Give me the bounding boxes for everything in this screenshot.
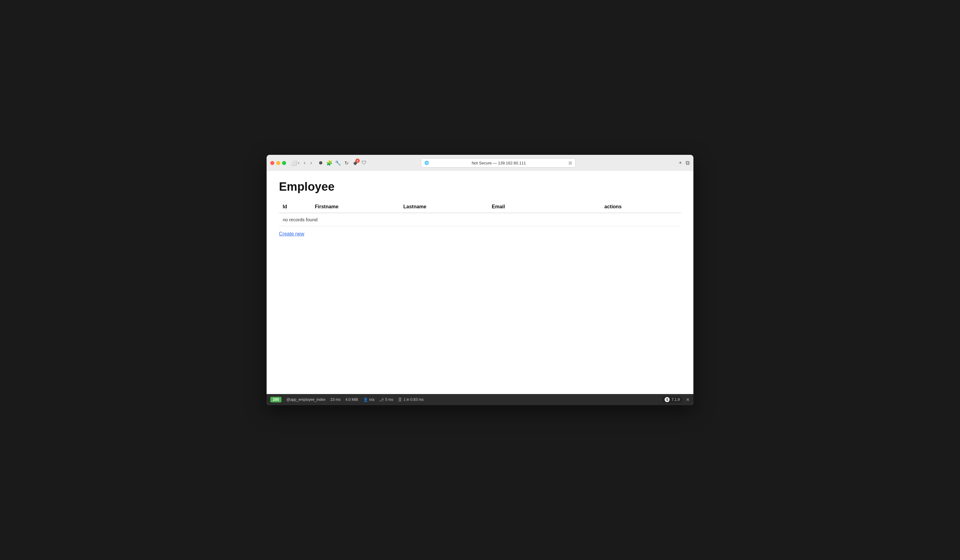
window-controls-right: + ⧉ (678, 160, 690, 166)
copy-button[interactable]: ⧉ (686, 160, 690, 166)
http-status-badge: 200 (270, 397, 282, 402)
back-button[interactable]: ‹ (302, 159, 307, 167)
browser-window: ⬜ ▾ ‹ › ⏺ 🧩 🔧 ↻ ◆ 5 🛡 🌐 Not Secure — 139… (267, 155, 693, 405)
chevron-down-icon: ▾ (298, 161, 299, 165)
status-bar: 200 @app_employee_index 23 ms 4.0 MiB 👤 … (267, 394, 693, 405)
no-records-row: no records found (279, 213, 681, 226)
title-bar: ⬜ ▾ ‹ › ⏺ 🧩 🔧 ↻ ◆ 5 🛡 🌐 Not Secure — 139… (267, 155, 693, 171)
tools-icon[interactable]: 🔧 (335, 160, 341, 166)
shield-icon[interactable]: 🛡 (361, 160, 367, 166)
database-icon: 🗄 (398, 397, 402, 402)
employee-table: Id Firstname Lastname Email actions no r… (279, 201, 681, 226)
status-bar-right: S 7.1.9 ✕ (662, 397, 690, 403)
sidebar-icon: ⬜ (291, 160, 297, 166)
git-icon: ⎇ (379, 397, 384, 402)
db-time: ⎇ 5 ms (379, 397, 393, 402)
notification-badge: 5 (355, 158, 360, 163)
user-info: 👤 n/a (363, 397, 374, 402)
record-icon[interactable]: ⏺ (318, 160, 324, 166)
toolbar-icons: ⏺ 🧩 🔧 ↻ ◆ 5 🛡 (318, 160, 367, 166)
page-title: Employee (279, 180, 681, 193)
symfony-badge: S 7.1.9 (662, 397, 682, 403)
sidebar-toggle[interactable]: ⬜ ▾ (291, 160, 299, 166)
globe-icon: 🌐 (424, 161, 429, 165)
col-header-id: Id (279, 201, 311, 213)
table-header: Id Firstname Lastname Email actions (279, 201, 681, 213)
new-tab-button[interactable]: + (678, 160, 682, 166)
status-bar-close-button[interactable]: ✕ (686, 397, 690, 402)
refresh-icon[interactable]: ↻ (344, 160, 350, 166)
create-new-link[interactable]: Create new (279, 231, 304, 237)
header-row: Id Firstname Lastname Email actions (279, 201, 681, 213)
close-traffic-light[interactable] (270, 161, 274, 165)
col-header-firstname: Firstname (311, 201, 400, 213)
reader-mode-icon[interactable]: ⊞ (568, 160, 572, 165)
table-body: no records found (279, 213, 681, 226)
minimize-traffic-light[interactable] (276, 161, 280, 165)
col-header-email: Email (488, 201, 601, 213)
response-time: 23 ms (330, 397, 341, 402)
traffic-lights (270, 161, 286, 165)
memory-usage: 4.0 MiB (346, 397, 358, 402)
forward-button[interactable]: › (308, 159, 314, 167)
db-queries: 🗄 1 in 0.83 ms (398, 397, 423, 402)
col-header-lastname: Lastname (400, 201, 488, 213)
extensions-icon[interactable]: 🧩 (326, 160, 333, 166)
no-records-text: no records found (279, 213, 681, 226)
user-icon: 👤 (363, 397, 368, 402)
col-header-actions: actions (601, 201, 681, 213)
fullscreen-traffic-light[interactable] (282, 161, 286, 165)
symfony-icon: S (665, 397, 670, 402)
layers-icon[interactable]: ◆ 5 (352, 160, 358, 166)
symfony-version: 7.1.9 (672, 397, 680, 402)
address-bar[interactable]: 🌐 Not Secure — 139.162.60.111 ⊞ (421, 158, 576, 168)
page-content: Employee Id Firstname Lastname Email act… (267, 171, 693, 394)
nav-controls: ‹ › (302, 159, 314, 167)
address-text: Not Secure — 139.162.60.111 (431, 161, 566, 165)
route-name: @app_employee_index (286, 397, 325, 402)
